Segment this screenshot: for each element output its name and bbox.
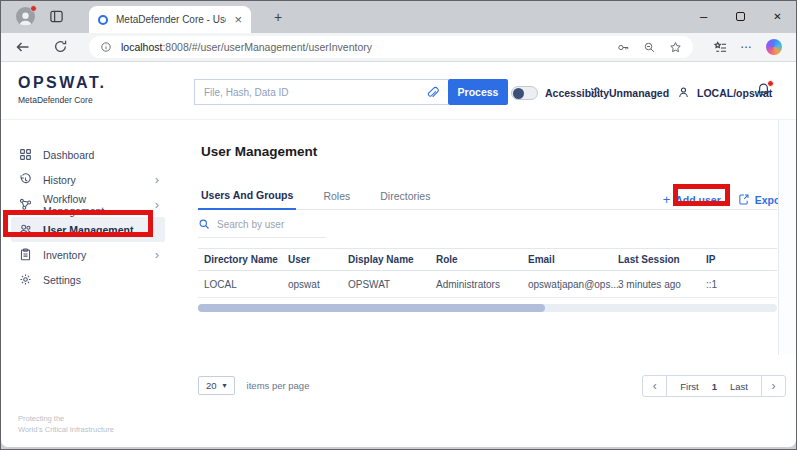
- product-name: MetaDefender Core: [18, 95, 106, 105]
- process-search-group: Process: [194, 79, 508, 105]
- col-display-name: Display Name: [348, 254, 436, 265]
- sidebar-label: Settings: [43, 274, 81, 286]
- cell-display-name: OPSWAT: [348, 279, 436, 290]
- browser-titlebar: MetaDefender Core - User Manag × + – ✕: [1, 1, 796, 33]
- close-button[interactable]: ✕: [759, 1, 796, 31]
- notifications-button[interactable]: [756, 82, 771, 97]
- users-table: Directory Name User Display Name Role Em…: [198, 248, 777, 298]
- sidebar-item-user-management[interactable]: User Management: [11, 217, 165, 242]
- cell-ip: ::1: [706, 279, 777, 290]
- page-size-select[interactable]: 20 ▾: [198, 376, 235, 395]
- sidebar-item-inventory[interactable]: Inventory ›: [11, 242, 165, 267]
- tab-close-icon[interactable]: ×: [234, 13, 242, 26]
- gear-icon: [19, 273, 33, 286]
- inventory-icon: [19, 248, 33, 261]
- unmanaged-control[interactable]: Unmanaged: [589, 86, 669, 99]
- sidebar-item-history[interactable]: History ›: [11, 167, 165, 192]
- zoom-out-icon[interactable]: [643, 41, 656, 54]
- minimize-button[interactable]: –: [685, 1, 722, 31]
- sidebar-item-workflow-management[interactable]: Workflow Management ›: [11, 192, 165, 217]
- prev-page-button[interactable]: ‹: [643, 376, 667, 396]
- chevron-right-icon: ›: [155, 200, 159, 210]
- paperclip-icon[interactable]: [425, 85, 439, 99]
- toggle-knob: [513, 88, 524, 99]
- tagline-line1: Protecting the: [18, 413, 114, 424]
- cell-email: opswatjapan@ops...: [528, 279, 618, 290]
- browser-tab[interactable]: MetaDefender Core - User Manag ×: [89, 6, 251, 33]
- current-page[interactable]: 1: [712, 381, 717, 392]
- brand: OPSWAT. MetaDefender Core: [18, 74, 106, 105]
- chevron-right-icon: ›: [155, 250, 159, 260]
- pagination: ‹ First 1 Last ›: [642, 375, 786, 397]
- browser-profile-button[interactable]: [16, 7, 35, 26]
- horizontal-scrollbar[interactable]: [198, 304, 777, 312]
- page-content: OPSWAT. MetaDefender Core Process Access…: [1, 62, 796, 447]
- sidebar-nav: Dashboard History › Workflow Management …: [1, 120, 191, 292]
- info-icon[interactable]: [100, 41, 112, 53]
- accessibility-toggle[interactable]: [511, 86, 538, 100]
- history-icon: [19, 173, 33, 186]
- maximize-button[interactable]: [722, 1, 759, 31]
- url-host: localhost: [121, 41, 162, 53]
- add-user-label: Add user: [675, 194, 721, 206]
- copilot-icon[interactable]: [766, 39, 782, 55]
- sidebar-item-settings[interactable]: Settings: [11, 267, 165, 292]
- tagline-line2: World's Critical Infrastructure: [18, 424, 114, 435]
- url-text: localhost:8008/#/user/userManagement/use…: [121, 41, 604, 53]
- tab-roles[interactable]: Roles: [320, 190, 353, 209]
- back-icon[interactable]: [15, 39, 31, 55]
- opswat-logo: OPSWAT.: [18, 74, 106, 92]
- caret-down-icon: ▾: [223, 381, 227, 390]
- unmanaged-label: Unmanaged: [609, 87, 669, 99]
- sidebar: Dashboard History › Workflow Management …: [1, 120, 191, 447]
- url-path: :8008/#/user/userManagement/userInventor…: [162, 41, 372, 53]
- browser-window: MetaDefender Core - User Manag × + – ✕ l…: [0, 0, 797, 450]
- col-role: Role: [436, 254, 528, 265]
- dashboard-icon: [19, 148, 33, 161]
- col-last-session: Last Session: [618, 254, 706, 265]
- scrollbar-thumb[interactable]: [198, 304, 545, 312]
- search-by-user-input[interactable]: [217, 219, 317, 230]
- file-hash-input[interactable]: [204, 87, 419, 98]
- cell-role: Administrators: [436, 279, 528, 290]
- chevron-right-icon: ›: [155, 175, 159, 185]
- items-per-page-label: items per page: [247, 380, 310, 391]
- app-topbar: OPSWAT. MetaDefender Core Process Access…: [1, 62, 796, 120]
- tab-directories[interactable]: Directories: [377, 190, 433, 209]
- tab-title: MetaDefender Core - User Manag: [116, 14, 226, 25]
- workspaces-icon[interactable]: [49, 9, 64, 24]
- collections-icon[interactable]: [713, 40, 728, 55]
- file-hash-input-wrap: [194, 79, 448, 105]
- cell-directory-name: LOCAL: [204, 279, 288, 290]
- pager-pages: First 1 Last: [667, 376, 761, 396]
- window-controls: – ✕: [685, 1, 796, 31]
- first-page-button[interactable]: First: [680, 381, 698, 392]
- page-size-value: 20: [206, 380, 217, 391]
- sidebar-label: Workflow Management: [43, 193, 145, 217]
- table-row[interactable]: LOCAL opswat OPSWAT Administrators opswa…: [198, 271, 777, 298]
- content-right-gutter: [778, 120, 796, 355]
- col-email: Email: [528, 254, 618, 265]
- export-icon: [737, 193, 750, 206]
- table-header-row: Directory Name User Display Name Role Em…: [198, 248, 777, 271]
- maximize-icon: [736, 12, 745, 21]
- next-page-button[interactable]: ›: [761, 376, 785, 396]
- refresh-icon[interactable]: [53, 39, 68, 54]
- add-user-button[interactable]: + Add user: [663, 194, 721, 206]
- profile-alert-dot: [30, 5, 37, 12]
- url-bar[interactable]: localhost:8008/#/user/userManagement/use…: [89, 36, 693, 58]
- sidebar-item-dashboard[interactable]: Dashboard: [11, 142, 165, 167]
- browser-menu-icon[interactable]: …: [740, 37, 753, 51]
- brand-tagline: Protecting the World's Critical Infrastr…: [18, 413, 114, 435]
- users-icon: [19, 223, 33, 236]
- favorite-star-icon[interactable]: [669, 41, 682, 54]
- process-button[interactable]: Process: [448, 79, 508, 105]
- table-actions: + Add user Export: [663, 193, 788, 206]
- password-key-icon[interactable]: [617, 41, 630, 54]
- col-ip: IP: [706, 254, 777, 265]
- new-tab-button[interactable]: +: [267, 6, 289, 28]
- user-search: [198, 218, 326, 238]
- last-page-button[interactable]: Last: [730, 381, 748, 392]
- sidebar-label: History: [43, 174, 76, 186]
- tab-users-and-groups[interactable]: Users And Groups: [198, 189, 296, 210]
